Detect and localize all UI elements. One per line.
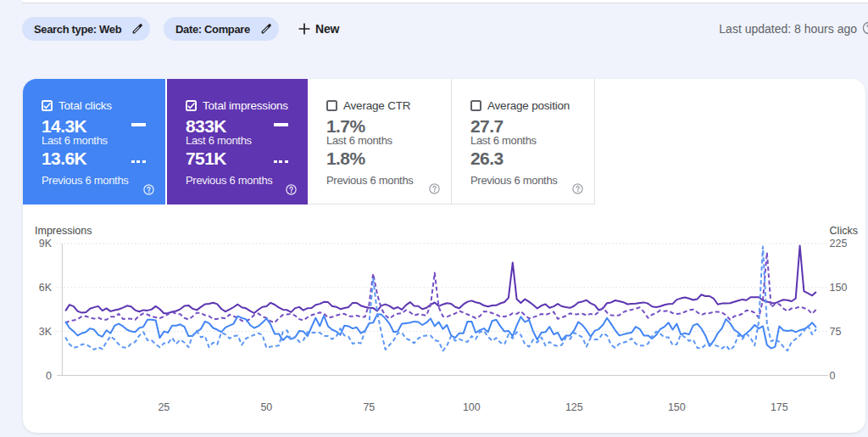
new-button-label: New	[315, 22, 339, 36]
left-axis-title: Impressions	[35, 225, 92, 237]
metric-current-caption: Last 6 months	[186, 135, 252, 146]
help-icon[interactable]	[143, 184, 154, 195]
search-type-chip-label: Search type: Web	[34, 23, 121, 36]
metric-cards-row: Total clicks 14.3K Last 6 months 13.6K P…	[23, 79, 865, 204]
card-header: Total impressions	[186, 99, 288, 111]
right-axis-tick-label: 0	[830, 370, 836, 382]
help-icon[interactable]	[862, 21, 868, 35]
x-axis-tick-label: 75	[363, 401, 375, 413]
metric-previous-value: 751K	[186, 149, 226, 167]
metric-current-caption: Last 6 months	[470, 135, 537, 146]
metric-current-caption: Last 6 months	[42, 135, 108, 146]
metric-previous-value: 1.8%	[326, 149, 364, 167]
metric-checkbox[interactable]	[470, 100, 481, 111]
x-axis-tick-label: 125	[565, 401, 583, 413]
edit-pencil-icon	[260, 23, 272, 35]
dashed-line-legend	[274, 160, 289, 164]
right-axis-title: Clicks	[830, 225, 858, 237]
help-icon[interactable]	[286, 184, 297, 195]
metric-current-value: 27.7	[470, 117, 503, 135]
date-filter-chip[interactable]: Date: Compare	[164, 17, 279, 41]
metric-checkbox[interactable]	[186, 100, 197, 111]
x-axis-tick-label: 150	[668, 401, 686, 413]
left-axis-tick-label: 3K	[39, 326, 53, 338]
solid-line-legend	[131, 123, 147, 126]
metric-previous-caption: Previous 6 months	[326, 175, 414, 186]
right-axis-tick-label: 225	[830, 238, 848, 249]
metric-card-title: Total impressions	[203, 99, 288, 112]
left-axis-tick-label: 0	[46, 370, 52, 382]
date-chip-label: Date: Compare	[175, 23, 250, 36]
chart-line-clicks---previous-6-months	[65, 247, 816, 351]
edit-pencil-icon	[131, 23, 143, 35]
search-type-filter-chip[interactable]: Search type: Web	[22, 17, 150, 41]
metric-current-value: 833K	[186, 117, 226, 135]
checkmark-icon	[186, 100, 197, 111]
metric-current-value: 14.3K	[42, 117, 86, 135]
new-filter-button[interactable]: New	[290, 17, 348, 41]
x-axis-tick-label: 25	[158, 401, 170, 413]
search-console-performance-page: {"colors":{"background":"#f0f3fb","chip_…	[0, 0, 868, 437]
metric-previous-caption: Previous 6 months	[470, 175, 558, 186]
metric-previous-caption: Previous 6 months	[42, 175, 129, 186]
right-axis-tick-label: 75	[830, 326, 842, 338]
metric-card-total-clicks[interactable]: Total clicks 14.3K Last 6 months 13.6K P…	[23, 79, 165, 204]
plus-icon	[298, 23, 310, 35]
performance-panel: Total clicks 14.3K Last 6 months 13.6K P…	[23, 79, 865, 433]
x-axis-tick-label: 100	[463, 401, 481, 413]
left-axis-tick-label: 6K	[39, 282, 53, 294]
metric-previous-value: 13.6K	[42, 149, 86, 167]
solid-line-legend	[274, 123, 289, 126]
metric-card-title: Total clicks	[58, 99, 112, 112]
filter-bar: Search type: Web Date: Compare New Last …	[22, 17, 868, 41]
metric-current-value: 1.7%	[326, 117, 364, 135]
card-header: Total clicks	[42, 99, 112, 111]
right-axis-tick-label: 150	[830, 282, 848, 294]
metric-card-average-ctr[interactable]: Average CTR 1.7% Last 6 months 1.8% Prev…	[308, 79, 452, 204]
checkmark-icon	[42, 100, 53, 111]
metric-card-title: Average position	[487, 99, 570, 112]
metric-checkbox[interactable]	[42, 100, 53, 111]
metric-card-average-position[interactable]: Average position 27.7 Last 6 months 26.3…	[452, 79, 595, 204]
dashed-line-legend	[131, 160, 147, 164]
x-axis-tick-label: 175	[771, 401, 788, 413]
metric-checkbox[interactable]	[326, 100, 337, 111]
x-axis-tick-label: 50	[260, 401, 272, 413]
chart-line-impressions---last-6-months	[65, 246, 816, 314]
metric-current-caption: Last 6 months	[326, 135, 392, 146]
toolbar-divider	[22, 3, 868, 3]
performance-chart[interactable]: 03K6K9K075150225ImpressionsClicks2550751…	[23, 204, 859, 429]
help-icon[interactable]	[572, 183, 583, 194]
card-header: Average CTR	[326, 99, 410, 111]
last-updated-text: Last updated: 8 hours ago	[719, 17, 857, 41]
metric-card-total-impressions[interactable]: Total impressions 833K Last 6 months 751…	[167, 79, 308, 204]
metric-card-title: Average CTR	[343, 99, 410, 112]
left-axis-tick-label: 9K	[39, 238, 53, 249]
card-header: Average position	[470, 99, 570, 111]
help-icon[interactable]	[429, 183, 440, 194]
metric-previous-caption: Previous 6 months	[186, 175, 273, 186]
metric-previous-value: 26.3	[470, 149, 503, 167]
